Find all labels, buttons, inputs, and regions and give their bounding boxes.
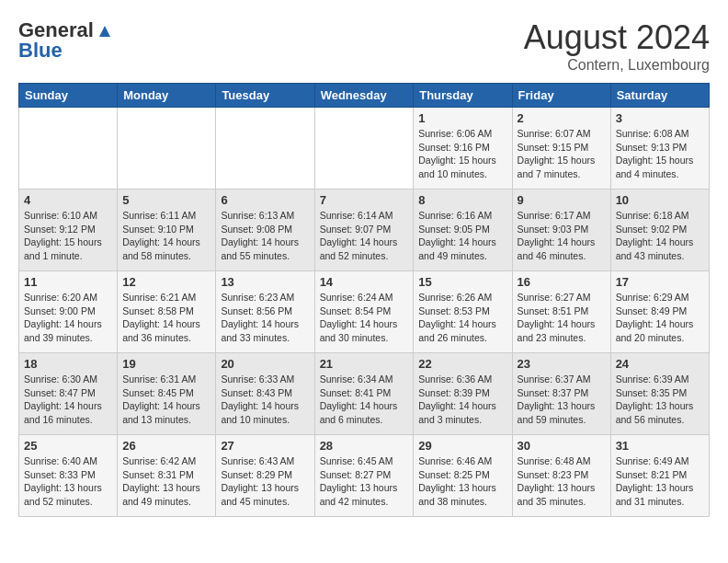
day-number: 29 xyxy=(418,439,506,453)
day-info: Sunrise: 6:46 AM Sunset: 8:25 PM Dayligh… xyxy=(418,454,506,509)
day-number: 14 xyxy=(320,275,409,289)
day-number: 18 xyxy=(24,357,112,371)
day-info: Sunrise: 6:29 AM Sunset: 8:49 PM Dayligh… xyxy=(616,291,704,345)
day-number: 11 xyxy=(24,275,112,289)
day-number: 21 xyxy=(320,357,409,371)
week-row-1: 1Sunrise: 6:06 AM Sunset: 9:16 PM Daylig… xyxy=(19,108,710,190)
day-info: Sunrise: 6:45 AM Sunset: 8:27 PM Dayligh… xyxy=(320,454,409,509)
day-info: Sunrise: 6:24 AM Sunset: 8:54 PM Dayligh… xyxy=(320,291,409,345)
day-number: 12 xyxy=(122,275,210,289)
day-header-saturday: Saturday xyxy=(610,84,709,108)
day-number: 10 xyxy=(616,193,704,207)
calendar-cell: 8Sunrise: 6:16 AM Sunset: 9:05 PM Daylig… xyxy=(414,190,512,271)
calendar-cell: 6Sunrise: 6:13 AM Sunset: 9:08 PM Daylig… xyxy=(216,190,314,271)
cell-content: 18Sunrise: 6:30 AM Sunset: 8:47 PM Dayli… xyxy=(24,357,112,431)
day-info: Sunrise: 6:30 AM Sunset: 8:47 PM Dayligh… xyxy=(24,373,112,427)
cell-content: 27Sunrise: 6:43 AM Sunset: 8:29 PM Dayli… xyxy=(221,439,309,512)
cell-content: 2Sunrise: 6:07 AM Sunset: 9:15 PM Daylig… xyxy=(518,111,606,185)
day-info: Sunrise: 6:14 AM Sunset: 9:07 PM Dayligh… xyxy=(320,209,409,263)
page-subtitle: Contern, Luxembourg xyxy=(524,57,710,74)
calendar-cell: 24Sunrise: 6:39 AM Sunset: 8:35 PM Dayli… xyxy=(610,353,709,435)
calendar-cell: 19Sunrise: 6:31 AM Sunset: 8:45 PM Dayli… xyxy=(118,353,216,435)
cell-content: 28Sunrise: 6:45 AM Sunset: 8:27 PM Dayli… xyxy=(320,439,409,512)
day-header-sunday: Sunday xyxy=(19,84,118,108)
day-number: 15 xyxy=(418,275,506,289)
calendar: SundayMondayTuesdayWednesdayThursdayFrid… xyxy=(18,83,710,517)
calendar-cell: 3Sunrise: 6:08 AM Sunset: 9:13 PM Daylig… xyxy=(610,108,709,190)
cell-content: 10Sunrise: 6:18 AM Sunset: 9:02 PM Dayli… xyxy=(616,193,704,267)
day-number: 20 xyxy=(221,357,309,371)
cell-content: 24Sunrise: 6:39 AM Sunset: 8:35 PM Dayli… xyxy=(616,357,704,431)
cell-content: 5Sunrise: 6:11 AM Sunset: 9:10 PM Daylig… xyxy=(122,193,210,267)
calendar-cell: 14Sunrise: 6:24 AM Sunset: 8:54 PM Dayli… xyxy=(314,271,414,353)
calendar-header: SundayMondayTuesdayWednesdayThursdayFrid… xyxy=(19,84,710,108)
cell-content: 16Sunrise: 6:27 AM Sunset: 8:51 PM Dayli… xyxy=(518,275,606,349)
calendar-cell: 22Sunrise: 6:36 AM Sunset: 8:39 PM Dayli… xyxy=(414,353,512,435)
calendar-cell: 9Sunrise: 6:17 AM Sunset: 9:03 PM Daylig… xyxy=(512,190,610,271)
day-info: Sunrise: 6:33 AM Sunset: 8:43 PM Dayligh… xyxy=(221,373,309,427)
cell-content: 3Sunrise: 6:08 AM Sunset: 9:13 PM Daylig… xyxy=(616,111,704,185)
calendar-cell: 17Sunrise: 6:29 AM Sunset: 8:49 PM Dayli… xyxy=(610,271,709,353)
day-info: Sunrise: 6:11 AM Sunset: 9:10 PM Dayligh… xyxy=(122,209,210,263)
calendar-cell: 1Sunrise: 6:06 AM Sunset: 9:16 PM Daylig… xyxy=(414,108,512,190)
cell-content: 22Sunrise: 6:36 AM Sunset: 8:39 PM Dayli… xyxy=(418,357,506,431)
day-number: 27 xyxy=(221,439,309,453)
cell-content: 6Sunrise: 6:13 AM Sunset: 9:08 PM Daylig… xyxy=(221,193,309,267)
cell-content: 4Sunrise: 6:10 AM Sunset: 9:12 PM Daylig… xyxy=(24,193,112,267)
calendar-cell: 27Sunrise: 6:43 AM Sunset: 8:29 PM Dayli… xyxy=(216,435,314,517)
day-number: 28 xyxy=(320,439,409,453)
week-row-3: 11Sunrise: 6:20 AM Sunset: 9:00 PM Dayli… xyxy=(19,271,710,353)
day-header-friday: Friday xyxy=(512,84,610,108)
cell-content: 25Sunrise: 6:40 AM Sunset: 8:33 PM Dayli… xyxy=(24,439,112,512)
cell-content: 11Sunrise: 6:20 AM Sunset: 9:00 PM Dayli… xyxy=(24,275,112,349)
cell-content: 9Sunrise: 6:17 AM Sunset: 9:03 PM Daylig… xyxy=(518,193,606,267)
cell-content: 7Sunrise: 6:14 AM Sunset: 9:07 PM Daylig… xyxy=(320,193,409,267)
day-info: Sunrise: 6:20 AM Sunset: 9:00 PM Dayligh… xyxy=(24,291,112,345)
day-info: Sunrise: 6:37 AM Sunset: 8:37 PM Dayligh… xyxy=(518,373,606,427)
day-info: Sunrise: 6:26 AM Sunset: 8:53 PM Dayligh… xyxy=(418,291,506,345)
cell-content: 12Sunrise: 6:21 AM Sunset: 8:58 PM Dayli… xyxy=(122,275,210,349)
day-number: 16 xyxy=(518,275,606,289)
day-info: Sunrise: 6:27 AM Sunset: 8:51 PM Dayligh… xyxy=(518,291,606,345)
day-info: Sunrise: 6:06 AM Sunset: 9:16 PM Dayligh… xyxy=(418,127,506,181)
logo: General Blue xyxy=(18,18,114,63)
day-info: Sunrise: 6:34 AM Sunset: 8:41 PM Dayligh… xyxy=(320,373,409,427)
day-number: 13 xyxy=(221,275,309,289)
calendar-cell: 4Sunrise: 6:10 AM Sunset: 9:12 PM Daylig… xyxy=(19,190,118,271)
day-number: 3 xyxy=(616,111,704,125)
day-number: 23 xyxy=(518,357,606,371)
day-number: 17 xyxy=(616,275,704,289)
day-header-monday: Monday xyxy=(118,84,216,108)
day-number: 7 xyxy=(320,193,409,207)
calendar-cell: 7Sunrise: 6:14 AM Sunset: 9:07 PM Daylig… xyxy=(314,190,414,271)
day-header-thursday: Thursday xyxy=(414,84,512,108)
day-number: 19 xyxy=(122,357,210,371)
day-number: 2 xyxy=(518,111,606,125)
day-number: 30 xyxy=(518,439,606,453)
day-info: Sunrise: 6:21 AM Sunset: 8:58 PM Dayligh… xyxy=(122,291,210,345)
cell-content: 14Sunrise: 6:24 AM Sunset: 8:54 PM Dayli… xyxy=(320,275,409,349)
calendar-cell: 11Sunrise: 6:20 AM Sunset: 9:00 PM Dayli… xyxy=(19,271,118,353)
day-info: Sunrise: 6:18 AM Sunset: 9:02 PM Dayligh… xyxy=(616,209,704,263)
cell-content: 8Sunrise: 6:16 AM Sunset: 9:05 PM Daylig… xyxy=(418,193,506,267)
day-number: 4 xyxy=(24,193,112,207)
page-title: August 2024 xyxy=(524,18,710,57)
day-info: Sunrise: 6:39 AM Sunset: 8:35 PM Dayligh… xyxy=(616,373,704,427)
day-number: 5 xyxy=(122,193,210,207)
day-info: Sunrise: 6:40 AM Sunset: 8:33 PM Dayligh… xyxy=(24,454,112,509)
week-row-2: 4Sunrise: 6:10 AM Sunset: 9:12 PM Daylig… xyxy=(19,190,710,271)
calendar-cell: 30Sunrise: 6:48 AM Sunset: 8:23 PM Dayli… xyxy=(512,435,610,517)
calendar-cell: 12Sunrise: 6:21 AM Sunset: 8:58 PM Dayli… xyxy=(118,271,216,353)
cell-content: 30Sunrise: 6:48 AM Sunset: 8:23 PM Dayli… xyxy=(518,439,606,512)
title-area: August 2024 Contern, Luxembourg xyxy=(524,18,710,74)
day-info: Sunrise: 6:07 AM Sunset: 9:15 PM Dayligh… xyxy=(518,127,606,181)
day-number: 22 xyxy=(418,357,506,371)
day-info: Sunrise: 6:17 AM Sunset: 9:03 PM Dayligh… xyxy=(518,209,606,263)
calendar-cell: 15Sunrise: 6:26 AM Sunset: 8:53 PM Dayli… xyxy=(414,271,512,353)
week-row-4: 18Sunrise: 6:30 AM Sunset: 8:47 PM Dayli… xyxy=(19,353,710,435)
calendar-cell xyxy=(19,108,118,190)
cell-content: 26Sunrise: 6:42 AM Sunset: 8:31 PM Dayli… xyxy=(122,439,210,512)
cell-content: 13Sunrise: 6:23 AM Sunset: 8:56 PM Dayli… xyxy=(221,275,309,349)
cell-content: 21Sunrise: 6:34 AM Sunset: 8:41 PM Dayli… xyxy=(320,357,409,431)
calendar-cell: 26Sunrise: 6:42 AM Sunset: 8:31 PM Dayli… xyxy=(118,435,216,517)
